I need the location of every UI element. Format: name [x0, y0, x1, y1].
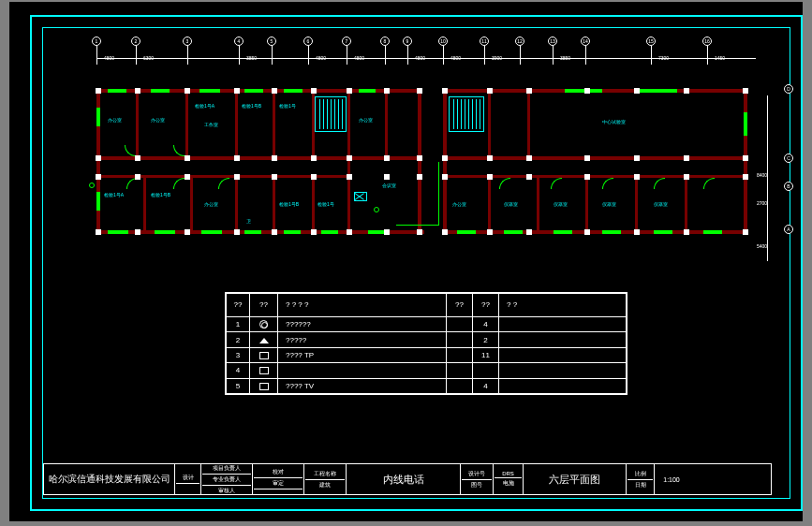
legend-note [499, 316, 627, 332]
legend-qty: 4 [473, 378, 499, 393]
column [634, 155, 640, 161]
window [703, 230, 722, 234]
room-label: 仪器室 [504, 201, 518, 207]
door-icon [602, 178, 613, 189]
legend-desc: ?????? [278, 316, 447, 332]
legend-symbol [250, 347, 278, 362]
column [185, 88, 190, 94]
column [272, 174, 277, 180]
scale: 1:100 [655, 464, 688, 494]
grid-bubble: D [784, 84, 793, 94]
wall [143, 178, 146, 232]
column [384, 155, 390, 161]
tb-col: 校对 审定 [253, 464, 304, 494]
column [135, 155, 140, 161]
wall [136, 89, 139, 156]
wall [273, 178, 275, 232]
dimension: 3900 [492, 55, 502, 61]
window [151, 89, 170, 93]
window [108, 230, 128, 234]
legend-note [499, 363, 627, 378]
legend-hdr: ?? [227, 294, 250, 317]
room-label: 检验1号A [104, 192, 124, 197]
room-label: 办公室 [359, 117, 373, 123]
window [654, 230, 672, 234]
window [457, 230, 476, 234]
legend-unit [447, 316, 473, 332]
stair-left [315, 96, 347, 132]
window [244, 89, 263, 93]
building-outline: 办公室 办公室 检验1号A 工作室 检验1号B 办公室 检验1号 中心试验室 检… [96, 89, 746, 259]
legend-desc: ???? TP [278, 347, 447, 362]
legend-symbol [250, 332, 278, 347]
dimension: 3850 [246, 55, 257, 61]
column [526, 88, 532, 94]
room-label: 检验1号 [317, 201, 334, 207]
grid-bubble: C [784, 153, 793, 163]
wall [185, 89, 188, 156]
column [311, 155, 317, 161]
grid-bubble: 12 [515, 37, 524, 46]
column [584, 229, 590, 235]
column [442, 155, 448, 161]
legend-num: 5 [227, 378, 250, 393]
dim-line-top [96, 58, 756, 59]
wall [635, 178, 638, 232]
column [526, 174, 532, 180]
grid-bubble: A [784, 225, 793, 234]
grid-bubble: 5 [267, 37, 276, 46]
cad-viewport[interactable]: 1480026300343850564800748008948001048001… [9, 2, 803, 521]
window [554, 230, 572, 234]
grid-bubble: 16 [702, 37, 712, 46]
legend-hdr: ?? [473, 294, 499, 317]
dimension: 4800 [354, 55, 364, 61]
column [234, 155, 240, 161]
grid-bubble: 11 [480, 37, 489, 46]
room-label: 办公室 [452, 201, 466, 207]
column [417, 88, 422, 94]
column [347, 155, 352, 161]
legend-note [499, 378, 627, 393]
grid-bubble: 6 [303, 37, 313, 46]
wire [396, 225, 438, 226]
wall [685, 178, 687, 232]
door-icon [551, 178, 562, 189]
legend-table: ?? ?? ? ? ? ? ?? ?? ? ? 1 ?????? 4 2 ???… [225, 292, 627, 395]
legend-symbol [250, 316, 278, 332]
drawing-title: 六层平面图 [524, 464, 627, 494]
window [744, 112, 747, 136]
wall [488, 178, 491, 232]
room-label: 仪器室 [654, 201, 668, 207]
legend-num: 1 [227, 316, 250, 332]
legend-hdr: ?? [250, 294, 278, 317]
window [108, 89, 126, 93]
tb-col: 项目负责人 专业负责人 审核人 [201, 464, 253, 494]
column [347, 174, 352, 180]
grid-bubble: 14 [581, 37, 590, 46]
dimension: 5400 [757, 243, 767, 249]
legend-desc: ???? TV [278, 378, 447, 393]
room-label: 检验1号A [195, 103, 214, 109]
column [684, 229, 689, 235]
window [504, 230, 523, 234]
door-icon [703, 178, 715, 189]
column [311, 88, 317, 94]
column [135, 174, 140, 180]
wall [443, 89, 447, 234]
room-label: 工作室 [204, 122, 218, 127]
room-label: 检验1号B [242, 103, 261, 109]
window [602, 230, 621, 234]
column [526, 229, 532, 235]
column [487, 174, 493, 180]
dimension: 2700 [757, 200, 767, 206]
wall [190, 178, 193, 232]
column [384, 174, 390, 180]
wire [438, 162, 439, 226]
equipment-icon [354, 192, 367, 201]
legend-note [499, 347, 627, 362]
column [634, 88, 640, 94]
grid-bubble: 10 [438, 37, 448, 46]
floor-plan[interactable]: 1480026300343850564800748008948001048001… [70, 53, 773, 269]
window [155, 230, 175, 234]
legend-desc: ????? [278, 332, 447, 347]
